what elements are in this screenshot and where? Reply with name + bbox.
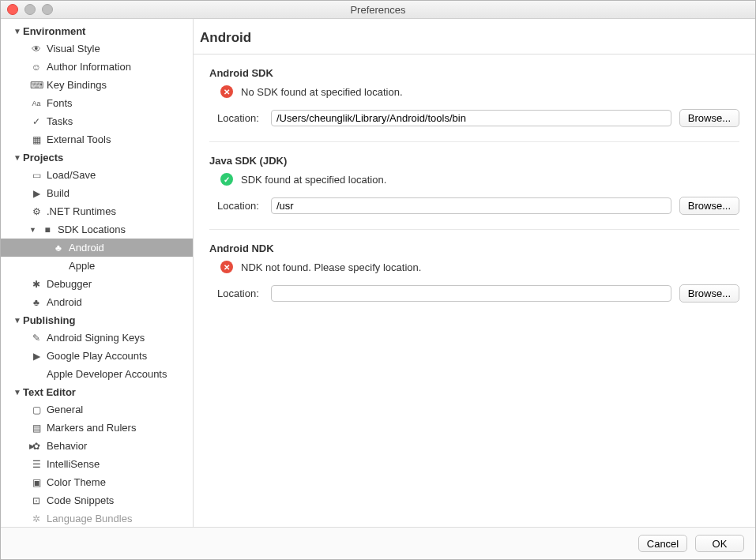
section-android-sdk: Android SDK ✕ No SDK found at specified … — [209, 54, 739, 142]
sidebar-item-color-theme[interactable]: ▣ Color Theme — [1, 473, 193, 491]
cancel-button[interactable]: Cancel — [638, 535, 687, 552]
sidebar-item-behavior[interactable]: ✿ Behavior — [1, 437, 193, 455]
sidebar-item-key-bindings[interactable]: ⌨ Key Bindings — [1, 76, 193, 94]
palette-icon: ▣ — [29, 477, 43, 488]
sidebar-item-label: Markers and Rulers — [47, 422, 136, 434]
sidebar-item-net-runtimes[interactable]: ⚙ .NET Runtimes — [1, 202, 193, 220]
android-sdk-location-input[interactable] — [271, 110, 671, 126]
android-ndk-location-input[interactable] — [271, 285, 671, 302]
chevron-down-icon: ▼ — [13, 27, 21, 36]
page-scroll[interactable]: Android SDK ✕ No SDK found at specified … — [194, 54, 755, 527]
sidebar-item-sdk-android[interactable]: ♣ Android — [1, 239, 193, 257]
sidebar-item-fonts[interactable]: Aa Fonts — [1, 94, 193, 112]
sidebar-item-code-snippets[interactable]: ⊡ Code Snippets — [1, 491, 193, 509]
status-row: ✕ NDK not found. Please specify location… — [209, 261, 739, 273]
android-icon: ♣ — [29, 297, 43, 308]
sidebar-item-android-signing-keys[interactable]: ✎ Android Signing Keys — [1, 329, 193, 347]
status-text: NDK not found. Please specify location. — [241, 261, 421, 273]
status-text: No SDK found at specified location. — [241, 86, 403, 98]
sidebar-item-label: Google Play Accounts — [47, 350, 147, 362]
sidebar-item-language-bundles[interactable]: ✲ Language Bundles — [1, 509, 193, 527]
browse-button[interactable]: Browse... — [679, 284, 739, 303]
smiley-icon: ☺ — [29, 62, 43, 73]
sidebar-item-debugger[interactable]: ✱ Debugger — [1, 275, 193, 293]
sidebar-item-label: General — [47, 404, 83, 415]
sidebar-item-sdk-locations[interactable]: ■ SDK Locations — [1, 220, 193, 239]
dialog-footer: Cancel OK — [1, 527, 755, 559]
list-icon: ☰ — [29, 459, 43, 470]
java-sdk-location-input[interactable] — [271, 197, 671, 214]
play-icon: ▶ — [29, 351, 43, 362]
sidebar-item-label: Load/Save — [47, 169, 96, 181]
sidebar-item-label: Code Snippets — [47, 494, 114, 506]
section-android-ndk: Android NDK ✕ NDK not found. Please spec… — [209, 230, 739, 317]
location-label: Location: — [217, 112, 263, 124]
window-title: Preferences — [1, 4, 755, 16]
sidebar-item-apple-developer-accounts[interactable]: Apple Developer Accounts — [1, 365, 193, 383]
sidebar-item-label: Author Information — [47, 61, 131, 73]
sidebar-item-external-tools[interactable]: ▦ External Tools — [1, 130, 193, 148]
browse-button[interactable]: Browse... — [679, 197, 739, 215]
section-java-sdk: Java SDK (JDK) ✓ SDK found at specified … — [209, 142, 739, 230]
fonts-icon: Aa — [29, 100, 43, 107]
category-label: Publishing — [23, 314, 75, 326]
status-row: ✓ SDK found at specified location. — [209, 173, 739, 186]
sidebar-item-author-information[interactable]: ☺ Author Information — [1, 58, 193, 76]
section-title: Android SDK — [209, 67, 739, 79]
sidebar-item-android[interactable]: ♣ Android — [1, 293, 193, 311]
success-icon: ✓ — [220, 173, 233, 186]
sidebar-item-label: Android Signing Keys — [47, 332, 145, 344]
sidebar-item-label: Visual Style — [47, 43, 100, 54]
error-icon: ✕ — [220, 261, 233, 273]
sidebar-item-label: IntelliSense — [47, 458, 100, 470]
ok-button[interactable]: OK — [695, 535, 744, 552]
sidebar[interactable]: ▼ Environment 👁 Visual Style ☺ Author In… — [1, 19, 194, 527]
sidebar-item-label: Fonts — [47, 97, 73, 109]
titlebar: Preferences — [1, 1, 755, 19]
chevron-down-icon: ▼ — [13, 388, 21, 397]
category-label: Projects — [23, 152, 63, 163]
location-row: Location: Browse... — [209, 284, 739, 303]
category-text-editor[interactable]: ▼ Text Editor — [1, 383, 193, 400]
browse-button[interactable]: Browse... — [679, 109, 739, 127]
sidebar-item-label: Build — [47, 187, 70, 199]
sidebar-item-markers-rulers[interactable]: ▤ Markers and Rulers — [1, 419, 193, 437]
location-row: Location: Browse... — [209, 109, 739, 127]
sidebar-item-label: Debugger — [47, 278, 92, 290]
error-icon: ✕ — [220, 85, 233, 98]
category-label: Text Editor — [23, 386, 76, 398]
sidebar-item-label: .NET Runtimes — [47, 205, 116, 217]
android-icon: ♣ — [51, 242, 66, 254]
category-publishing[interactable]: ▼ Publishing — [1, 311, 193, 329]
key-icon: ✎ — [29, 333, 43, 344]
category-environment[interactable]: ▼ Environment — [1, 22, 193, 39]
sidebar-item-visual-style[interactable]: 👁 Visual Style — [1, 39, 193, 58]
bug-icon: ✱ — [29, 279, 43, 290]
sidebar-item-label: Android — [69, 242, 104, 254]
bundle-icon: ✲ — [29, 513, 43, 524]
main-panel: Android Android SDK ✕ No SDK found at sp… — [194, 19, 755, 527]
sidebar-item-label: SDK Locations — [58, 224, 126, 235]
chevron-down-icon: ▼ — [13, 153, 21, 162]
sidebar-item-label: Key Bindings — [47, 79, 107, 91]
sidebar-item-label: External Tools — [47, 133, 111, 145]
category-projects[interactable]: ▼ Projects — [1, 148, 193, 166]
section-title: Android NDK — [209, 242, 739, 254]
keyboard-icon: ⌨ — [29, 80, 43, 91]
sidebar-item-build[interactable]: ▶ Build — [1, 184, 193, 202]
sidebar-item-label: Language Bundles — [47, 513, 132, 524]
sidebar-item-sdk-apple[interactable]: Apple — [1, 257, 193, 275]
category-label: Environment — [23, 25, 85, 37]
location-label: Location: — [217, 288, 263, 299]
sidebar-item-general[interactable]: ▢ General — [1, 400, 193, 419]
ruler-icon: ▤ — [29, 423, 43, 434]
sidebar-item-load-save[interactable]: ▭ Load/Save — [1, 166, 193, 184]
gear-icon: ⚙ — [29, 206, 43, 217]
sidebar-item-google-play-accounts[interactable]: ▶ Google Play Accounts — [1, 347, 193, 365]
sidebar-item-tasks[interactable]: ✓ Tasks — [1, 112, 193, 130]
page-title: Android — [194, 19, 755, 54]
eye-icon: 👁 — [29, 43, 43, 54]
sidebar-item-label: Behavior — [47, 440, 87, 452]
location-label: Location: — [217, 200, 263, 212]
sidebar-item-intellisense[interactable]: ☰ IntelliSense — [1, 455, 193, 473]
